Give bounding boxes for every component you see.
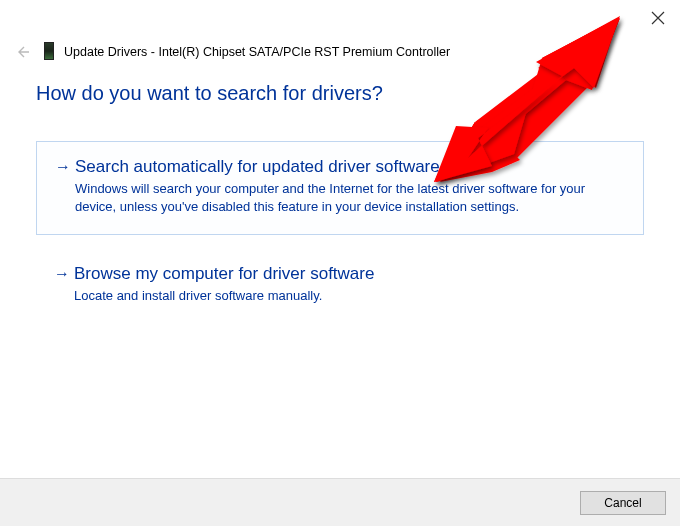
chipset-icon [42,42,56,62]
option-search-automatically[interactable]: → Search automatically for updated drive… [36,141,644,235]
option-title: Search automatically for updated driver … [75,156,625,178]
right-arrow-icon: → [54,265,74,305]
footer-bar: Cancel [0,478,680,526]
close-icon[interactable] [648,8,668,28]
cancel-button[interactable]: Cancel [580,491,666,515]
right-arrow-icon: → [55,158,75,216]
option-title: Browse my computer for driver software [74,263,626,285]
option-browse-computer[interactable]: → Browse my computer for driver software… [36,249,644,323]
back-arrow-icon[interactable] [12,42,32,62]
option-desc: Locate and install driver software manua… [74,287,626,305]
window-title: Update Drivers - Intel(R) Chipset SATA/P… [64,42,450,62]
header-row: Update Drivers - Intel(R) Chipset SATA/P… [12,40,668,64]
content-area: How do you want to search for drivers? →… [36,82,644,337]
option-body: Browse my computer for driver software L… [74,263,626,305]
option-body: Search automatically for updated driver … [75,156,625,216]
option-desc: Windows will search your computer and th… [75,180,625,216]
page-heading: How do you want to search for drivers? [36,82,644,105]
